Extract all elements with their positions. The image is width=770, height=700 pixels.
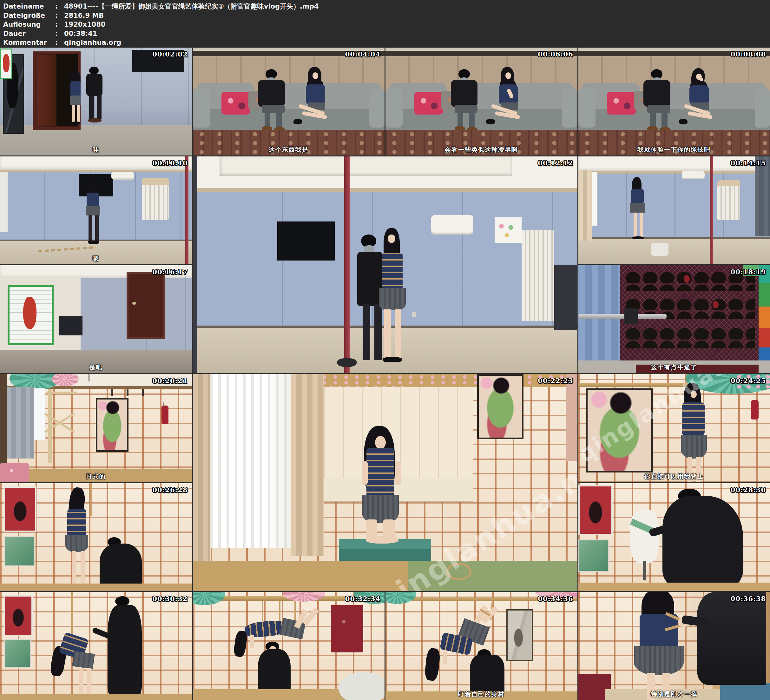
woman-top xyxy=(306,84,325,105)
radiator xyxy=(142,185,169,220)
video-frame-art xyxy=(578,48,770,156)
video-frame-art xyxy=(0,483,192,591)
meta-separator: : xyxy=(55,11,64,20)
meta-label: Dateiname xyxy=(3,2,55,11)
timestamp-overlay: 00:04:04 xyxy=(345,50,380,58)
thumbnail-frame: 一绳所爱 00:20:21 日式的 xyxy=(0,374,192,482)
video-frame-art xyxy=(193,48,385,156)
woman-boots xyxy=(88,240,99,244)
man-leg xyxy=(276,111,282,128)
video-frame-art: 一绳所爱 qinglanhua.net xyxy=(193,374,578,591)
meta-label: Auflösung xyxy=(3,20,55,29)
meta-row-filesize: Dateigröße:2816.9 MB xyxy=(3,11,319,20)
subtitle-overlay: 哇 xyxy=(0,146,192,154)
man-leg xyxy=(265,111,270,128)
thumbnail-frame: qinglanhua.net 00:24:25 你直接可以用我背上 xyxy=(578,374,770,482)
dress-form-stand xyxy=(643,561,646,580)
woman-pleated-skirt xyxy=(681,435,707,459)
thumbnail-frame: 00:30:32 xyxy=(0,592,192,700)
wall-panel-seams xyxy=(578,173,770,238)
man-leg xyxy=(97,95,102,119)
dark-screen xyxy=(59,316,82,335)
tv-screen xyxy=(277,222,335,261)
woman-top-roped xyxy=(382,253,403,291)
woman-jacket xyxy=(87,193,99,207)
woman-leg xyxy=(81,551,85,587)
thumbnail-frame: 00:18:19 这个有点牛逼了 xyxy=(578,265,770,373)
meta-label: Dauer xyxy=(3,29,55,38)
shoe-row xyxy=(624,327,755,348)
timestamp-overlay: 00:30:32 xyxy=(152,595,188,603)
sofa-armrest xyxy=(562,89,577,127)
meta-value-filesize: 2816.9 MB xyxy=(64,11,104,20)
woman-skirt xyxy=(630,203,645,212)
video-frame-art xyxy=(0,592,192,700)
tassel xyxy=(142,389,144,396)
timestamp-overlay: 00:16:17 xyxy=(152,268,188,276)
woman-arm-hanging xyxy=(250,635,254,648)
white-table xyxy=(338,672,385,700)
man-leg xyxy=(469,111,475,128)
timestamp-overlay: 00:10:10 xyxy=(152,159,188,167)
woman-arm xyxy=(395,461,401,485)
pole-base xyxy=(337,358,357,367)
woman-top xyxy=(70,81,80,97)
thumbnail-frame: 00:10:10 嗯 xyxy=(0,156,192,264)
red-art-poster xyxy=(4,595,33,636)
wall-outlet xyxy=(412,312,416,317)
video-frame-art xyxy=(578,156,770,264)
sofa-armrest xyxy=(193,89,210,127)
orange-box xyxy=(759,306,770,328)
subtitle-overlay: 这个有点牛逼了 xyxy=(578,363,770,371)
man-body xyxy=(697,592,766,685)
meta-row-duration: Dauer:00:38:41 xyxy=(3,29,319,38)
mirror xyxy=(506,609,533,661)
bright-window xyxy=(210,374,291,548)
meta-value-duration: 00:38:41 xyxy=(64,29,97,38)
thumbnail-frame: 00:02:02 哇 xyxy=(0,48,192,156)
sofa-armrest xyxy=(578,89,595,127)
man-leg xyxy=(374,304,382,360)
man-boots xyxy=(88,118,102,123)
woman-leg xyxy=(384,309,391,359)
red-art-poster xyxy=(4,486,37,532)
meta-value-filename: 48901----【一绳所爱】御姐美女官官绳艺体验纪实①（附官官趣味vlog开头… xyxy=(64,2,319,11)
timestamp-overlay: 00:28:30 xyxy=(731,486,766,494)
man-leg xyxy=(362,304,370,360)
woman-jacket xyxy=(631,189,644,204)
thumbnail-frame: 00:34:36 盯着自己的身材 xyxy=(385,592,578,700)
timestamp-overlay: 00:36:38 xyxy=(731,595,766,603)
beige-drape xyxy=(291,374,324,556)
woman-leg xyxy=(77,105,80,122)
ac-unit xyxy=(431,215,473,235)
man-leg xyxy=(662,111,667,128)
man-leg xyxy=(458,111,463,128)
lamp-cord xyxy=(89,374,89,382)
video-frame-art xyxy=(0,48,192,156)
red-door xyxy=(126,272,165,339)
man-bent-over xyxy=(662,496,743,587)
man-leg xyxy=(89,95,94,119)
subtitle-overlay: 嗯 xyxy=(0,254,192,263)
ac-unit xyxy=(112,172,134,180)
timestamp-overlay: 00:02:02 xyxy=(152,50,188,58)
video-frame-art: 一绳所爱 xyxy=(0,374,192,482)
thumbnail-frame: 00:16:17 是吧 xyxy=(0,265,192,373)
tassel xyxy=(126,389,128,396)
thumbnail-frame: 00:04:04 这个东西我是 xyxy=(193,48,385,156)
covered-table xyxy=(554,265,578,330)
thumbnail-grid: 00:02:02 哇 xyxy=(0,48,770,700)
meta-value-resolution: 1920x1080 xyxy=(64,20,105,29)
ac-unit xyxy=(682,171,705,179)
teal-parasol xyxy=(385,592,416,604)
poster-sliver xyxy=(566,374,577,461)
red-pole xyxy=(184,156,188,264)
beige-curtain xyxy=(578,170,592,240)
sofa-armrest xyxy=(755,89,770,127)
video-frame-art xyxy=(193,156,578,373)
woman-leg xyxy=(72,551,76,587)
white-bag xyxy=(651,243,668,256)
subtitle-overlay: 会看一些类似这种凌辱啊 xyxy=(385,146,578,154)
red-rope-hank xyxy=(751,400,759,420)
woman-top-roped xyxy=(682,402,705,436)
